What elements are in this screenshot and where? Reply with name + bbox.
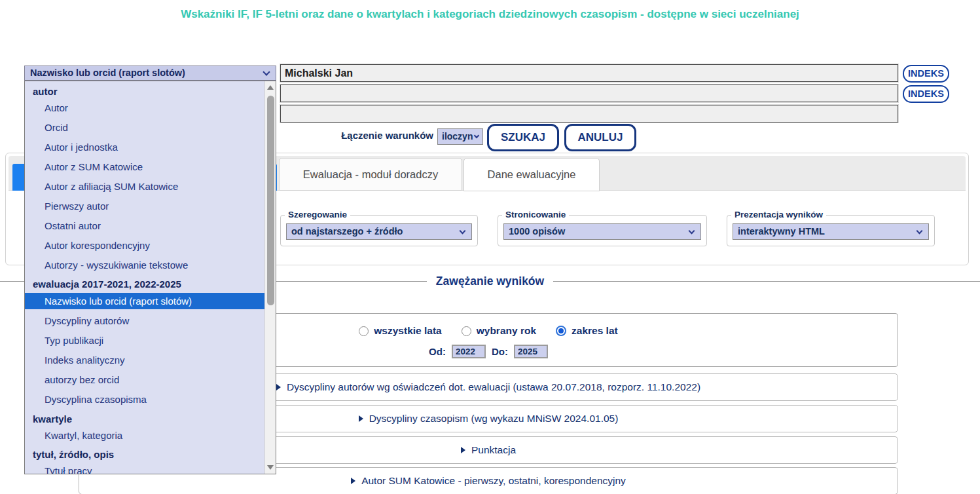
join-conditions-value: iloczyn <box>442 131 473 142</box>
tab-dane-ewaluacyjne[interactable]: Dane ewaluacyjne <box>463 158 600 191</box>
field-selector[interactable]: Nazwisko lub orcid (raport slotów) <box>24 66 276 81</box>
refine-results-title: Zawężanie wyników <box>427 275 553 288</box>
tab-ewaluacja-modul-doradczy[interactable]: Ewaluacja - moduł doradczy <box>279 158 462 191</box>
search-input-3[interactable] <box>280 105 898 123</box>
dropdown-item-ostatni-autor[interactable]: Ostatni autor <box>25 219 264 233</box>
paging-value: 1000 opisów <box>509 226 565 237</box>
year-from-input[interactable] <box>452 345 486 358</box>
dropdown-item-dyscypliny-autorow[interactable]: Dyscypliny autorów <box>25 314 264 328</box>
chevron-down-icon <box>689 228 695 235</box>
section-label: Punktacja <box>471 444 516 456</box>
fieldset-stronicowanie: Stronicowanie 1000 opisów <box>498 215 707 246</box>
radio-label: wszystkie lata <box>374 325 441 337</box>
paging-select[interactable]: 1000 opisów <box>503 223 701 240</box>
page-title: Wskaźniki IF, IF 5-letni oraz dane o kwa… <box>0 8 980 21</box>
page: Wskaźniki IF, IF 5-letni oraz dane o kwa… <box>0 0 980 494</box>
year-from-label: Od: <box>429 346 446 357</box>
caret-right-icon <box>359 415 363 422</box>
cancel-button[interactable]: ANULUJ <box>564 124 636 151</box>
dropdown-item-autor[interactable]: Autor <box>25 101 264 115</box>
caret-right-icon <box>351 478 355 484</box>
chevron-down-icon <box>263 68 270 75</box>
dropdown-group-tytul-zrodlo-opis: tytuł, źródło, opis <box>25 447 264 462</box>
field-selector-dropdown: autor Autor Orcid Autor i jednostka Auto… <box>24 81 276 474</box>
scroll-up-icon[interactable] <box>267 85 274 90</box>
dropdown-item-autor-z-afiliacja[interactable]: Autor z afiliacją SUM Katowice <box>25 180 264 194</box>
caret-right-icon <box>461 447 465 453</box>
dropdown-item-autor-i-jednostka[interactable]: Autor i jednostka <box>25 140 264 155</box>
caret-right-icon <box>276 384 281 390</box>
section-label: Dyscypliny autorów wg oświadczeń dot. ew… <box>287 381 700 393</box>
radio-label: zakres lat <box>572 325 618 337</box>
sorting-value: od najstarszego + źródło <box>291 226 403 237</box>
fieldset-legend: Prezentacja wyników <box>731 210 826 219</box>
dropdown-item-pierwszy-autor[interactable]: Pierwszy autor <box>25 199 264 214</box>
dropdown-group-ewaluacja: ewaluacja 2017-2021, 2022-2025 <box>25 277 264 292</box>
search-input-2[interactable] <box>280 85 898 102</box>
dropdown-item-autor-korespondencyjny[interactable]: Autor korespondencyjny <box>25 238 264 253</box>
year-to-label: Do: <box>492 346 508 357</box>
scrollbar-thumb[interactable] <box>267 96 274 305</box>
indeks-button-2[interactable]: INDEKS <box>903 85 949 103</box>
radio-wybrany-rok[interactable]: wybrany rok <box>462 325 536 337</box>
dropdown-item-orcid[interactable]: Orcid <box>25 121 264 135</box>
scroll-down-icon[interactable] <box>267 465 274 470</box>
divider <box>553 281 980 282</box>
dropdown-group-autor: autor <box>25 85 264 99</box>
year-to-input[interactable] <box>514 345 548 358</box>
presentation-select[interactable]: interaktywny HTML <box>733 223 929 240</box>
dropdown-item-autorzy-wyszukiwanie[interactable]: Autorzy - wyszukiwanie tekstowe <box>25 258 264 273</box>
search-input-1[interactable] <box>280 64 898 82</box>
dropdown-scrollbar[interactable] <box>264 81 276 474</box>
radio-label: wybrany rok <box>477 325 536 337</box>
indeks-button-1[interactable]: INDEKS <box>903 65 949 83</box>
fieldset-legend: Szeregowanie <box>285 210 350 219</box>
radio-checked-icon[interactable] <box>556 326 566 336</box>
radio-wszystkie-lata[interactable]: wszystkie lata <box>359 325 441 337</box>
radio-icon[interactable] <box>462 326 471 336</box>
dropdown-group-kwartyle: kwartyle <box>25 412 264 427</box>
dropdown-item-dyscyplina-czasopisma[interactable]: Dyscyplina czasopisma <box>25 392 264 407</box>
section-label: Dyscypliny czasopism (wg wykazu MNiSW 20… <box>369 413 619 425</box>
dropdown-item-typ-publikacji[interactable]: Typ publikacji <box>25 333 264 348</box>
dropdown-item-tytul-pracy[interactable]: Tytuł pracy <box>25 464 264 474</box>
dropdown-item-autor-z-sum-katowice[interactable]: Autor z SUM Katowice <box>25 160 264 174</box>
presentation-value: interaktywny HTML <box>738 226 825 237</box>
dropdown-item-autorzy-bez-orcid[interactable]: autorzy bez orcid <box>25 373 264 387</box>
dropdown-item-nazwisko-lub-orcid-selected[interactable]: Nazwisko lub orcid (raport slotów) <box>25 293 266 309</box>
radio-zakres-lat[interactable]: zakres lat <box>556 325 618 337</box>
join-conditions-label: Łączenie warunków <box>314 130 433 141</box>
fieldset-legend: Stronicowanie <box>502 210 569 219</box>
radio-icon[interactable] <box>359 326 369 336</box>
field-selector-value: Nazwisko lub orcid (raport slotów) <box>30 67 185 78</box>
dropdown-item-indeks-analityczny[interactable]: Indeks analityczny <box>25 353 264 368</box>
join-conditions-select[interactable]: iloczyn <box>437 128 483 145</box>
chevron-down-icon <box>474 133 479 138</box>
fieldset-prezentacja-wynikow: Prezentacja wyników interaktywny HTML <box>727 215 935 246</box>
section-label: Autor SUM Katowice - pierwszy, ostatni, … <box>361 475 626 487</box>
chevron-down-icon <box>460 228 466 235</box>
dropdown-item-kwartyl-kategoria[interactable]: Kwartyl, kategoria <box>25 428 264 443</box>
search-button[interactable]: SZUKAJ <box>487 124 559 151</box>
chevron-down-icon <box>916 228 923 235</box>
fieldset-szeregowanie: Szeregowanie od najstarszego + źródło <box>280 215 478 246</box>
sorting-select[interactable]: od najstarszego + źródło <box>286 223 472 240</box>
